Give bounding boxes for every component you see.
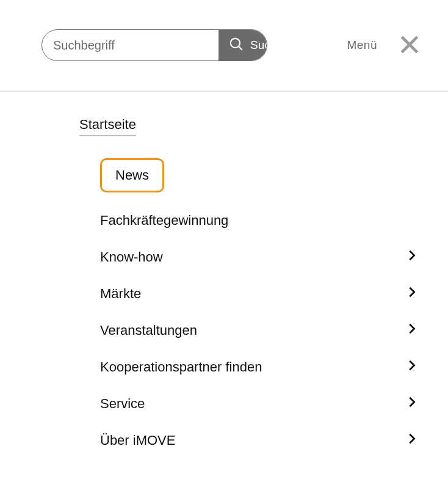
nav-item-label: Über iMOVE <box>100 433 175 448</box>
nav-home-link[interactable]: Startseite <box>79 117 136 136</box>
search-icon <box>228 36 244 55</box>
nav-item-label: Fachkräftegewinnung <box>100 213 228 229</box>
nav-item[interactable]: News <box>100 148 419 202</box>
search-input[interactable] <box>42 38 219 53</box>
search-container: Suchen <box>42 29 267 61</box>
close-menu-button[interactable] <box>396 31 424 60</box>
nav-item[interactable]: Veranstaltungen <box>100 312 419 349</box>
chevron-right-icon <box>405 395 419 412</box>
svg-line-1 <box>239 46 242 49</box>
chevron-right-icon <box>405 249 419 266</box>
nav-item-label: Veranstaltungen <box>100 323 197 338</box>
chevron-right-icon <box>405 285 419 302</box>
nav-item-label: Kooperationspartner finden <box>100 359 262 375</box>
svg-point-0 <box>231 38 240 47</box>
nav-item[interactable]: Fachkräftegewinnung <box>100 202 419 239</box>
menu-label: Menü <box>347 38 377 52</box>
nav-item[interactable]: Service <box>100 386 419 422</box>
nav-item[interactable]: Kooperationspartner finden <box>100 349 419 386</box>
search-button-label: Suchen <box>250 38 267 52</box>
nav-item-label: Märkte <box>100 286 141 302</box>
nav-list: NewsFachkräftegewinnungKnow-howMärkteVer… <box>79 148 419 459</box>
nav-item[interactable]: Über iMOVE <box>100 422 419 459</box>
chevron-right-icon <box>405 322 419 339</box>
close-icon <box>398 49 421 58</box>
nav-item-label: News <box>100 158 164 192</box>
chevron-right-icon <box>405 432 419 449</box>
nav-item-label: Know-how <box>100 249 163 265</box>
main-nav: Startseite NewsFachkräftegewinnungKnow-h… <box>0 92 448 459</box>
nav-item-label: Service <box>100 396 145 412</box>
chevron-right-icon <box>405 359 419 376</box>
search-button[interactable]: Suchen <box>219 30 267 60</box>
header-bar: Suchen Menü <box>0 0 448 90</box>
nav-item[interactable]: Märkte <box>100 276 419 312</box>
nav-item[interactable]: Know-how <box>100 239 419 276</box>
